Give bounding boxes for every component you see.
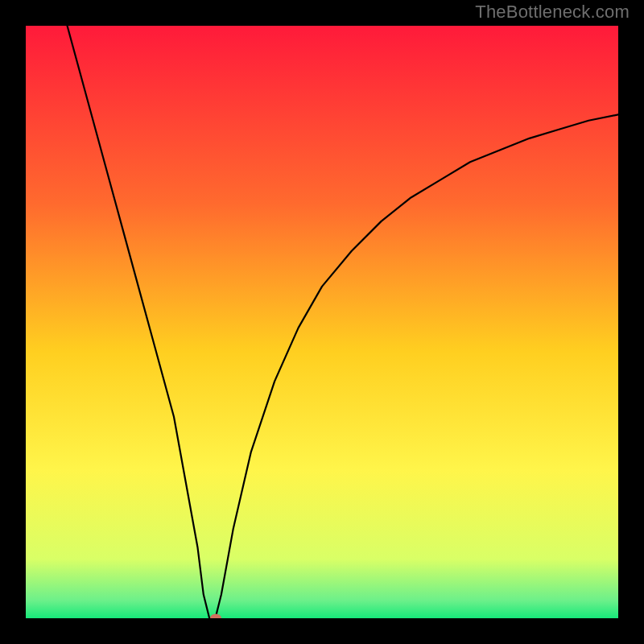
chart-frame: TheBottleneck.com xyxy=(0,0,644,644)
bottleneck-curve xyxy=(68,26,618,618)
curve-svg xyxy=(26,26,618,618)
optimal-point-marker xyxy=(210,614,221,619)
watermark-text: TheBottleneck.com xyxy=(475,2,630,23)
curve-layer xyxy=(26,26,618,618)
plot-area xyxy=(26,26,618,618)
